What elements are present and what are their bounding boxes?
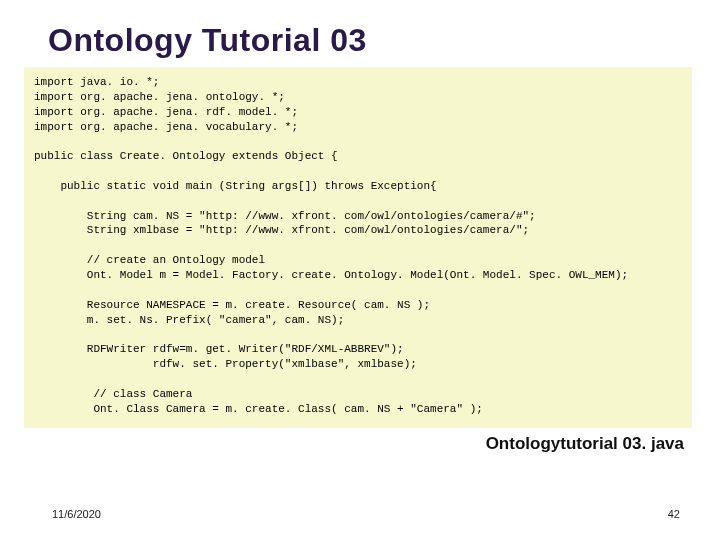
filename-label: Ontologytutorial 03. java	[0, 428, 720, 454]
slide-title: Ontology Tutorial 03	[0, 0, 720, 67]
code-content: import java. io. *; import org. apache. …	[34, 75, 682, 416]
footer-page-number: 42	[668, 508, 680, 520]
slide: Ontology Tutorial 03 import java. io. *;…	[0, 0, 720, 540]
footer-date: 11/6/2020	[52, 508, 101, 520]
code-block: import java. io. *; import org. apache. …	[24, 67, 692, 428]
